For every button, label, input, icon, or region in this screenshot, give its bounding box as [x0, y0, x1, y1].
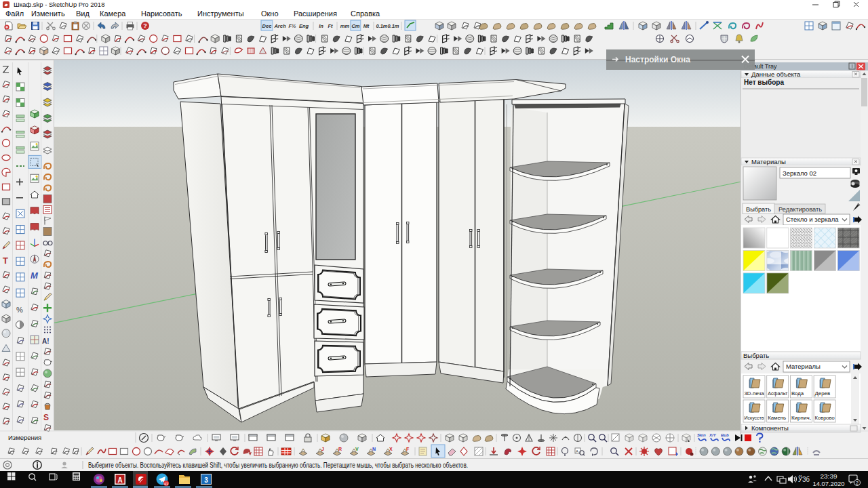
svg-text:Нет выбора: Нет выбора — [744, 79, 784, 86]
svg-text:Окно: Окно — [261, 9, 279, 18]
svg-text:Ft: Ft — [328, 23, 333, 29]
svg-text:Выбрать: Выбрать — [743, 352, 769, 359]
svg-text:Arch: Arch — [273, 23, 286, 29]
svg-text:R: R — [338, 447, 342, 451]
svg-text:Dec: Dec — [262, 23, 273, 29]
svg-text:Асфальт: Асфальт — [768, 390, 787, 396]
svg-text:Настройки Окна: Настройки Окна — [625, 55, 690, 64]
svg-text:23:39: 23:39 — [821, 472, 837, 480]
svg-text:Материалы: Материалы — [786, 363, 821, 370]
svg-text:Редактировать: Редактировать — [778, 205, 822, 213]
svg-text:N: N — [372, 447, 376, 451]
svg-text:J: J — [321, 447, 324, 451]
svg-text:Коврово: Коврово — [815, 415, 835, 421]
svg-text:Данные объекта: Данные объекта — [751, 70, 801, 78]
svg-text:Стекло и зеркала: Стекло и зеркала — [786, 216, 839, 223]
svg-text:Cm: Cm — [351, 23, 359, 29]
svg-text:F: F — [406, 447, 410, 451]
svg-text:14.07.2020: 14.07.2020 — [813, 480, 845, 487]
svg-text:?: ? — [143, 22, 147, 29]
svg-text:Материалы: Материалы — [751, 158, 786, 165]
svg-text:Компоненты: Компоненты — [751, 424, 789, 432]
svg-text:F½: F½ — [289, 23, 296, 29]
svg-text:ЎЗб: ЎЗб — [798, 475, 810, 483]
svg-text:A: A — [117, 476, 122, 484]
svg-text:Шкаф.skp - SketchUp Pro 2018: Шкаф.skp - SketchUp Pro 2018 — [14, 1, 104, 8]
svg-text:3D-печа: 3D-печа — [745, 390, 765, 396]
svg-text:A!: A! — [42, 338, 50, 345]
svg-text:Skin: Skin — [697, 433, 706, 437]
svg-text:Искусств: Искусств — [745, 415, 764, 421]
svg-text:T: T — [3, 256, 8, 266]
svg-text:Зеркало 02: Зеркало 02 — [783, 169, 816, 177]
svg-text:Выбрать: Выбрать — [746, 205, 771, 213]
svg-text:A: A — [576, 449, 578, 453]
svg-text:2: 2 — [856, 481, 859, 485]
svg-text:Bub: Bub — [721, 433, 729, 437]
svg-text:3: 3 — [204, 476, 208, 484]
svg-text:Mt: Mt — [363, 23, 370, 29]
svg-text:Дерев: Дерев — [815, 390, 830, 396]
svg-text:Нарисовать: Нарисовать — [141, 9, 182, 18]
svg-text:Выберите объекты. Воспользуйте: Выберите объекты. Воспользуйтесь клавише… — [88, 461, 468, 469]
svg-text:V: V — [355, 447, 359, 451]
svg-text:In: In — [319, 23, 323, 29]
svg-text:0.1m: 0.1m — [387, 23, 399, 29]
svg-text:Измерения: Измерения — [8, 434, 41, 441]
svg-text:Вид: Вид — [76, 9, 90, 18]
svg-text:Камера: Камера — [100, 9, 126, 18]
svg-text:43: 43 — [164, 482, 169, 486]
svg-text:X/Y: X/Y — [709, 433, 717, 437]
svg-text:mm: mm — [340, 23, 350, 29]
svg-text:S: S — [43, 413, 49, 422]
svg-text:Кирпич,: Кирпич, — [791, 415, 811, 421]
svg-text:Eng: Eng — [299, 23, 309, 29]
svg-text:Инструменты: Инструменты — [197, 9, 244, 18]
svg-text:0.1m: 0.1m — [376, 23, 387, 29]
svg-text:Файл: Файл — [5, 9, 24, 18]
svg-text:Изменить: Изменить — [31, 9, 65, 18]
svg-text:M: M — [31, 270, 39, 281]
svg-text:%: % — [16, 306, 23, 314]
svg-text:X: X — [389, 447, 393, 451]
svg-text:Расширения: Расширения — [294, 9, 337, 18]
svg-text:Камень: Камень — [768, 415, 786, 421]
svg-text:Вода: Вода — [791, 390, 804, 396]
svg-text:Справка: Справка — [351, 9, 380, 18]
